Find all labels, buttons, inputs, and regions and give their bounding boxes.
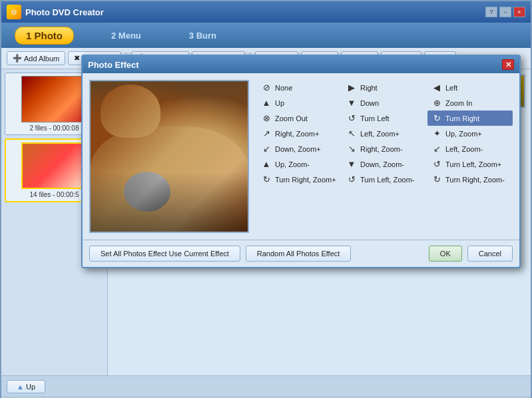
effect-zoom-in[interactable]: ⊕ Zoom In — [427, 95, 513, 110]
effect-turn-right-zoom-plus-icon: ↻ — [260, 174, 272, 184]
effect-turn-right[interactable]: ↻ Turn Right — [427, 110, 513, 126]
effect-turn-left-zoom-minus[interactable]: ↺ Turn Left, Zoom- — [342, 172, 427, 187]
effect-down-zoom-plus[interactable]: ↙ Down, Zoom+ — [257, 141, 342, 156]
effect-right-zoom-minus-icon: ↘ — [346, 144, 358, 154]
set-all-photos-button[interactable]: Set All Photos Effect Use Current Effect — [89, 246, 240, 262]
dialog-overlay: Photo Effect ✕ — [1, 1, 531, 397]
cancel-button[interactable]: Cancel — [467, 246, 513, 262]
effect-down[interactable]: ▼ Down — [342, 95, 427, 110]
effect-turn-left-icon: ↺ — [346, 113, 358, 123]
effect-left-zoom-minus[interactable]: ↙ Left, Zoom- — [427, 141, 513, 156]
effect-none-icon: ⊘ — [260, 83, 272, 93]
effect-turn-right-zoom-plus[interactable]: ↻ Turn Right, Zoom+ — [257, 172, 342, 187]
effect-left-zoom-minus-icon: ↙ — [431, 144, 443, 154]
effect-up[interactable]: ▲ Up — [257, 95, 342, 110]
main-window: 📀 Photo DVD Creator ? − × 1 Photo 2 Menu… — [0, 0, 532, 398]
effect-turn-left-zoom-minus-icon: ↺ — [346, 174, 358, 184]
ok-button[interactable]: OK — [429, 246, 462, 262]
effect-turn-left-zoom-plus[interactable]: ↺ Turn Left, Zoom+ — [427, 156, 513, 172]
effect-up-icon: ▲ — [260, 98, 272, 108]
effect-down-icon: ▼ — [346, 98, 358, 108]
effect-turn-left-zoom-plus-icon: ↺ — [431, 159, 443, 169]
preview-area — [89, 80, 249, 233]
effect-turn-left[interactable]: ↺ Turn Left — [342, 110, 427, 126]
effect-down-zoom-minus[interactable]: ▼ Down, Zoom- — [342, 156, 427, 172]
effect-down-zoom-plus-icon: ↙ — [260, 144, 272, 154]
effect-left-zoom-plus[interactable]: ↖ Left, Zoom+ — [342, 126, 427, 141]
effect-left-zoom-plus-icon: ↖ — [346, 128, 358, 138]
effect-none[interactable]: ⊘ None — [257, 80, 342, 95]
dialog-body: ⊘ None ▶ Right ◀ Left — [83, 73, 519, 240]
effect-up-zoom-minus[interactable]: ▲ Up, Zoom- — [257, 156, 342, 172]
dialog-close-button[interactable]: ✕ — [502, 59, 514, 70]
dialog-footer: Set All Photos Effect Use Current Effect… — [83, 240, 519, 267]
effect-turn-right-zoom-minus[interactable]: ↻ Turn Right, Zoom- — [427, 172, 513, 187]
effect-turn-right-zoom-minus-icon: ↻ — [431, 174, 443, 184]
effect-right-zoom-minus[interactable]: ↘ Right, Zoom- — [342, 141, 427, 156]
effect-grid: ⊘ None ▶ Right ◀ Left — [257, 80, 513, 233]
effect-row-2: ▲ Up ▼ Down ⊕ Zoom In — [257, 95, 513, 110]
effect-left[interactable]: ◀ Left — [427, 80, 513, 95]
effect-right-zoom-plus[interactable]: ↗ Right, Zoom+ — [257, 126, 342, 141]
effect-row-5: ↙ Down, Zoom+ ↘ Right, Zoom- ↙ Left, Zoo… — [257, 141, 513, 156]
effect-up-zoom-plus-icon: ✦ — [431, 128, 443, 138]
effect-down-zoom-minus-icon: ▼ — [346, 159, 358, 169]
random-all-photos-button[interactable]: Random All Photos Effect — [246, 246, 352, 262]
effect-up-zoom-minus-icon: ▲ — [260, 159, 272, 169]
effect-left-icon: ◀ — [431, 83, 443, 93]
effect-row-7: ↻ Turn Right, Zoom+ ↺ Turn Left, Zoom- ↻… — [257, 172, 513, 187]
effect-turn-right-icon: ↻ — [431, 113, 443, 123]
dialog-title-bar: Photo Effect ✕ — [83, 56, 519, 73]
dialog-title: Photo Effect — [88, 60, 139, 70]
effect-zoom-out-icon: ⊗ — [260, 113, 272, 123]
effect-right-icon: ▶ — [346, 83, 358, 93]
effect-row-1: ⊘ None ▶ Right ◀ Left — [257, 80, 513, 95]
effect-up-zoom-plus[interactable]: ✦ Up, Zoom+ — [427, 126, 513, 141]
preview-image — [91, 81, 248, 232]
effect-row-6: ▲ Up, Zoom- ▼ Down, Zoom- ↺ Turn Left, Z… — [257, 156, 513, 172]
effect-zoom-in-icon: ⊕ — [431, 98, 443, 108]
effect-right-zoom-plus-icon: ↗ — [260, 128, 272, 138]
effect-row-3: ⊗ Zoom Out ↺ Turn Left ↻ Turn Right — [257, 110, 513, 126]
effect-row-4: ↗ Right, Zoom+ ↖ Left, Zoom+ ✦ Up, Zoom+ — [257, 126, 513, 141]
effect-right[interactable]: ▶ Right — [342, 80, 427, 95]
photo-effect-dialog: Photo Effect ✕ — [81, 55, 521, 268]
effect-zoom-out[interactable]: ⊗ Zoom Out — [257, 110, 342, 126]
